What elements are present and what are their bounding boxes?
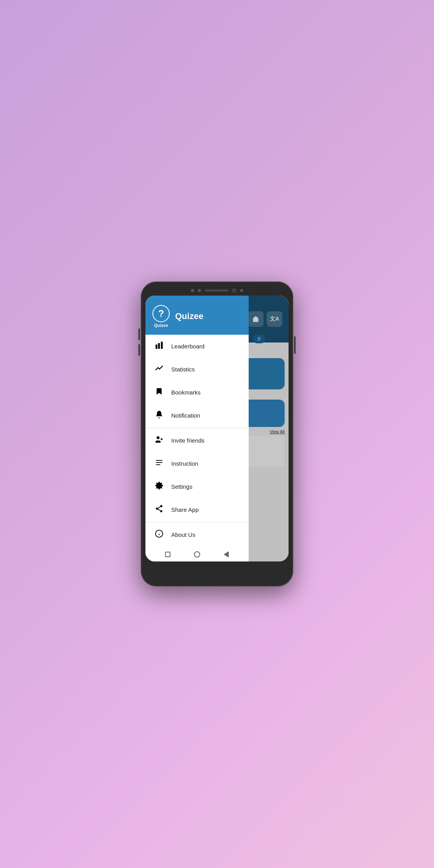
menu-item-invite[interactable]: Invite friends (145, 429, 249, 452)
menu-item-statistics[interactable]: Statistics (145, 358, 249, 381)
speaker (205, 289, 228, 292)
menu-item-about[interactable]: About Us (145, 523, 249, 546)
logo-sub-text: Quizee (154, 323, 168, 328)
camera-lens (232, 289, 236, 292)
front-camera (191, 289, 194, 292)
phone-device: 文A 0 PLAY IT ning fun with a rning Zone … (141, 282, 293, 586)
logo-symbol: ? (158, 308, 164, 319)
nav-square-icon (165, 552, 170, 557)
instruction-label: Instruction (171, 460, 198, 467)
svg-rect-1 (158, 343, 160, 349)
volume-up-button[interactable] (138, 328, 140, 340)
nav-back-button[interactable] (222, 551, 230, 558)
sensor (198, 289, 201, 292)
bookmarks-icon (154, 387, 164, 398)
logo-circle: ? (152, 305, 170, 322)
statistics-icon (154, 364, 164, 375)
drawer-app-title: Quizee (175, 311, 203, 321)
statistics-label: Statistics (171, 366, 195, 373)
menu-item-settings[interactable]: Settings (145, 475, 249, 498)
drawer-menu-list: Leaderboard Statistics Bookmarks (145, 335, 249, 561)
phone-top-bar (145, 289, 289, 292)
about-icon (154, 529, 164, 540)
phone-screen: 文A 0 PLAY IT ning fun with a rning Zone … (145, 296, 289, 561)
svg-line-13 (158, 509, 160, 511)
bottom-navigation (145, 546, 249, 561)
drawer-header: ? Quizee Quizee (145, 296, 249, 335)
menu-item-leaderboard[interactable]: Leaderboard (145, 335, 249, 358)
share-label: Share App (171, 506, 199, 513)
svg-line-14 (158, 507, 160, 508)
invite-icon (154, 435, 164, 446)
notification-icon (154, 410, 164, 421)
svg-point-3 (157, 436, 160, 439)
menu-item-bookmarks[interactable]: Bookmarks (145, 381, 249, 404)
settings-icon (154, 481, 164, 492)
nav-square-button[interactable] (164, 551, 172, 558)
divider-2 (145, 522, 249, 522)
menu-item-notification[interactable]: Notification (145, 404, 249, 427)
instruction-icon (154, 458, 164, 469)
drawer-logo: ? Quizee (152, 305, 170, 328)
about-label: About Us (171, 531, 195, 538)
volume-down-button[interactable] (138, 344, 140, 356)
nav-circle-icon (194, 551, 200, 558)
nav-home-button[interactable] (193, 551, 201, 558)
notification-label: Notification (171, 412, 200, 419)
svg-point-10 (160, 505, 163, 508)
leaderboard-label: Leaderboard (171, 343, 204, 350)
svg-point-11 (156, 508, 158, 510)
bookmarks-label: Bookmarks (171, 389, 201, 396)
settings-label: Settings (171, 483, 192, 490)
svg-rect-0 (156, 344, 158, 349)
menu-item-instruction[interactable]: Instruction (145, 452, 249, 475)
svg-rect-2 (161, 342, 163, 349)
menu-item-share[interactable]: Share App (145, 498, 249, 521)
dot-right (240, 289, 243, 292)
nav-back-icon (224, 551, 229, 558)
svg-point-12 (160, 510, 163, 513)
invite-label: Invite friends (171, 437, 204, 444)
divider-1 (145, 428, 249, 428)
navigation-drawer: ? Quizee Quizee Leaderboard (145, 296, 249, 561)
share-icon (154, 504, 164, 515)
power-button[interactable] (294, 336, 296, 354)
leaderboard-icon (154, 341, 164, 352)
